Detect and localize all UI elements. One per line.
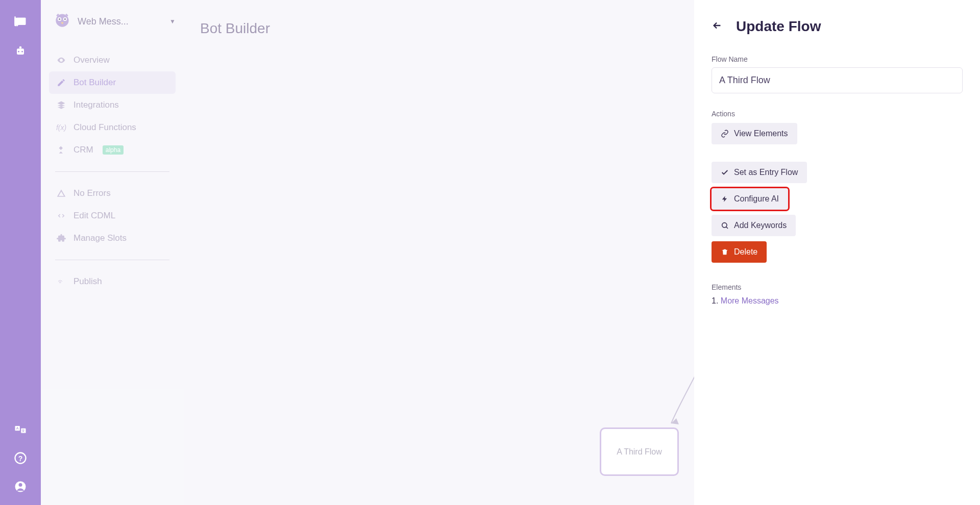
caret-down-icon: ▼ [169,18,176,25]
nav-label: CRM [74,145,93,155]
warning-icon [56,189,66,198]
svg-point-20 [722,223,727,228]
element-item: 1. More Messages [712,296,963,306]
element-index: 1. [712,296,718,305]
check-icon [721,168,729,176]
flow-name-input[interactable] [712,67,963,93]
svg-point-4 [21,51,23,53]
button-label: Set as Entry Flow [734,168,798,177]
sidebar-item-crm[interactable]: CRM alpha [49,139,176,161]
nav-label: Integrations [74,100,119,110]
bolt-icon [721,195,729,203]
rail-account-icon[interactable] [10,476,31,497]
back-button[interactable] [712,20,723,33]
code-icon [56,211,66,220]
alpha-badge: alpha [103,145,124,155]
nav-label: Overview [74,55,110,65]
flow-node[interactable]: A Third Flow [600,427,679,476]
elements-label: Elements [712,283,963,291]
svg-text:文: 文 [21,429,25,433]
page-title: Bot Builder [184,0,694,37]
panel-title: Update Flow [736,18,821,35]
svg-point-17 [64,18,66,20]
eye-icon [56,56,66,65]
sidebar-item-cloud-functions[interactable]: f(x) Cloud Functions [49,116,176,139]
nav-label: Manage Slots [74,233,127,243]
svg-text:A: A [16,426,19,430]
svg-rect-0 [14,18,15,25]
link-icon [721,130,729,138]
button-label: View Elements [734,129,788,138]
sidebar-item-publish[interactable]: ᯤ Publish [49,270,176,293]
rail-bot-icon[interactable] [10,41,31,61]
set-entry-flow-button[interactable]: Set as Entry Flow [712,162,807,183]
owl-icon [53,12,71,31]
nav-label: Bot Builder [74,78,116,88]
svg-rect-2 [17,48,24,55]
trash-icon [721,248,729,256]
sidebar-item-bot-builder[interactable]: Bot Builder [49,71,176,94]
svg-point-1 [19,46,22,49]
add-keywords-button[interactable]: Add Keywords [712,215,796,236]
left-rail: A文 ? [0,0,41,505]
workspace-name: Web Mess... [78,16,163,27]
svg-point-13 [56,14,68,27]
button-label: Add Keywords [734,221,787,230]
delete-button[interactable]: Delete [712,241,767,263]
svg-text:?: ? [18,454,23,463]
actions-label: Actions [712,110,963,118]
pencil-icon [56,78,66,87]
right-panel: Update Flow Flow Name Actions View Eleme… [694,0,980,505]
svg-point-16 [59,18,61,20]
rail-chat-icon[interactable] [10,12,31,33]
svg-point-3 [18,51,19,53]
canvas[interactable]: Bot Builder ✓ Su Just Another Flow A Thi… [184,0,694,505]
nav-label: Edit CDML [74,211,115,221]
svg-point-12 [19,483,22,487]
sidebar-item-overview[interactable]: Overview [49,49,176,71]
view-elements-button[interactable]: View Elements [712,123,797,144]
flow-node-label: A Third Flow [617,447,662,457]
nav-label: Publish [74,276,102,287]
button-label: Configure AI [734,194,779,204]
sidebar-item-slots[interactable]: Manage Slots [49,227,176,249]
layers-icon [56,100,66,110]
button-label: Delete [734,247,757,257]
fx-icon: f(x) [56,123,66,132]
nav-label: Cloud Functions [74,122,136,133]
broadcast-icon: ᯤ [56,277,66,286]
handshake-icon [56,145,66,155]
sidebar: Web Mess... ▼ Overview Bot Builder Integ… [41,0,184,505]
search-icon [721,221,729,230]
workspace-selector[interactable]: Web Mess... ▼ [49,12,176,31]
sidebar-item-integrations[interactable]: Integrations [49,94,176,116]
svg-marker-19 [671,418,679,424]
configure-ai-button[interactable]: Configure AI [712,188,788,210]
element-link[interactable]: More Messages [721,296,779,305]
rail-translate-icon[interactable]: A文 [10,419,31,440]
nav-label: No Errors [74,188,111,198]
sidebar-item-errors[interactable]: No Errors [49,182,176,205]
flow-name-label: Flow Name [712,55,963,63]
sidebar-item-cdml[interactable]: Edit CDML [49,205,176,227]
puzzle-icon [56,234,66,243]
rail-help-icon[interactable]: ? [10,448,31,468]
